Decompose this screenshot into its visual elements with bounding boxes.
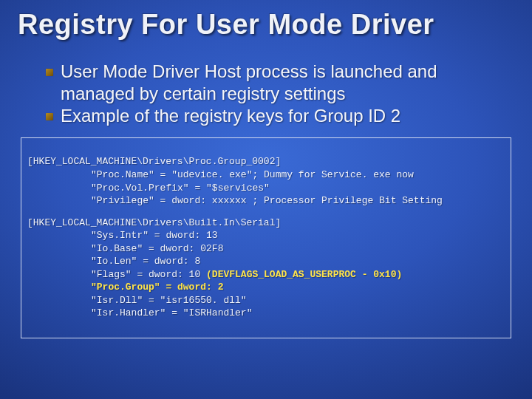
code-line: "Proc.Name" = "udevice. exe"; Dummy for … (91, 169, 414, 180)
registry-code-box: [HKEY_LOCAL_MACHINE\Drivers\Proc.Group_0… (21, 137, 511, 338)
code-line: "Isr.Dll" = "isr16550. dll" (91, 295, 247, 306)
code-line: "Io.Len" = dword: 8 (91, 256, 200, 267)
code-line: "Io.Base" = dword: 02F8 (91, 243, 223, 254)
bullet-icon (46, 69, 53, 76)
code-line: "Privilege" = dword: xxxxxx ; Processor … (91, 195, 443, 206)
code-line: "Sys.Intr" = dword: 13 (91, 230, 218, 241)
bullet-list: User Mode Driver Host process is launche… (46, 61, 507, 127)
code-line: [HKEY_LOCAL_MACHINE\Drivers\Built.In\Ser… (27, 217, 281, 228)
code-line: [HKEY_LOCAL_MACHINE\Drivers\Proc.Group_0… (27, 156, 281, 167)
code-line: "Proc.Vol.Prefix" = "$services" (91, 183, 270, 194)
bullet-text: User Mode Driver Host process is launche… (61, 61, 507, 105)
bullet-item: Example of the registry keys for Group I… (46, 105, 507, 127)
code-highlight: "Proc.Group" = dword: 2 (91, 282, 223, 293)
bullet-item: User Mode Driver Host process is launche… (46, 61, 507, 105)
bullet-text: Example of the registry keys for Group I… (61, 105, 400, 127)
slide-title: Registry For User Mode Driver (18, 10, 514, 40)
code-line: "Isr.Handler" = "ISRHandler" (91, 307, 252, 318)
code-highlight: (DEVFLAGS_LOAD_AS_USERPROC - 0x10) (206, 269, 402, 280)
slide: Registry For User Mode Driver User Mode … (0, 0, 532, 399)
code-line: "Flags" = dword: 10 (91, 269, 206, 280)
bullet-icon (46, 113, 53, 120)
